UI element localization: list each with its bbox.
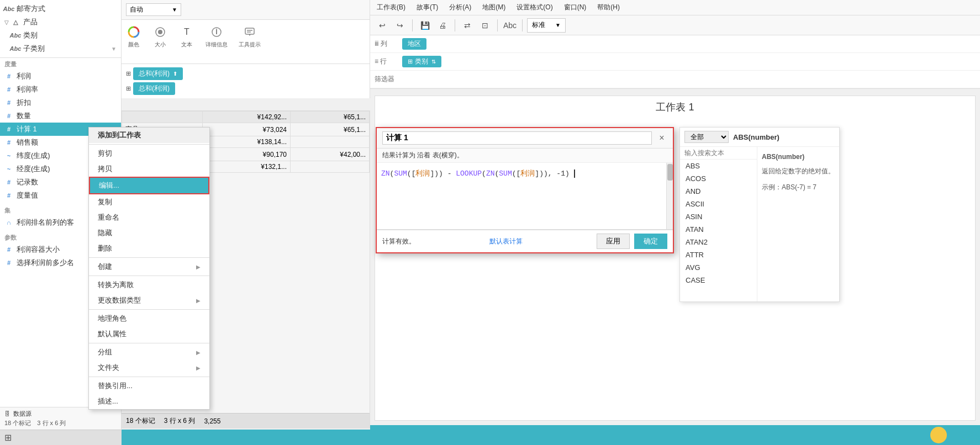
field-item-category[interactable]: Abc 类别 xyxy=(0,29,121,42)
undo-btn[interactable]: ↩ xyxy=(375,18,390,33)
separator-6 xyxy=(89,377,209,377)
separator-1 xyxy=(89,144,209,145)
menu-format[interactable]: 设置格式(O) xyxy=(514,2,555,13)
func-desc-text: 返回给定数字的绝对值。 xyxy=(762,166,835,178)
filter-shelf: 筛选器 xyxy=(370,71,980,88)
func-abs[interactable]: ABS xyxy=(680,160,757,172)
replace-label: 替换引用... xyxy=(98,381,133,391)
menu-story[interactable]: 故事(T) xyxy=(414,2,440,13)
auto-dropdown[interactable]: 自动 ▼ xyxy=(126,3,181,16)
func-acos[interactable]: ACOS xyxy=(680,172,757,185)
calc-close-btn[interactable]: × xyxy=(656,133,667,144)
context-cut[interactable]: 剪切 xyxy=(89,146,209,161)
col-pill-region[interactable]: 地区 xyxy=(402,38,426,50)
func-asin[interactable]: ASIN xyxy=(680,210,757,223)
field-profit[interactable]: # 利润 xyxy=(0,70,121,83)
dup-label: 复制 xyxy=(98,197,112,207)
context-edit[interactable]: 编辑... xyxy=(90,178,208,193)
tooltip-btn[interactable]: 工具提示 xyxy=(239,24,261,49)
context-geo[interactable]: 地理角色 xyxy=(89,311,209,326)
text-btn[interactable]: T 文本 xyxy=(179,24,194,49)
func-atan2[interactable]: ATAN2 xyxy=(680,236,757,248)
rows-shelf: ≡ 行 ⊞ 类别 ⇅ xyxy=(370,53,980,71)
color-btn[interactable]: 颜色 xyxy=(126,24,141,49)
size-label: 大小 xyxy=(155,41,166,49)
func-list-container: ABS ACOS AND ASCII ASIN ATAN ATAN2 ATTR … xyxy=(680,147,757,301)
context-folder[interactable]: 文件夹 ▶ xyxy=(89,360,209,375)
show-labels[interactable]: Abc xyxy=(502,18,518,33)
color-label: 颜色 xyxy=(128,41,139,49)
calc-scrollbar[interactable] xyxy=(666,163,673,229)
cut-label: 剪切 xyxy=(98,149,112,158)
field-item-mailing[interactable]: Abc 邮寄方式 xyxy=(0,2,121,15)
field-quantity[interactable]: # 数量 xyxy=(0,109,121,123)
context-rename[interactable]: 重命名 xyxy=(89,210,209,225)
menu-help[interactable]: 帮助(H) xyxy=(595,2,622,13)
func-attr[interactable]: ATTR xyxy=(680,248,757,261)
redo-btn[interactable]: ↪ xyxy=(392,18,408,33)
context-copy[interactable]: 拷贝 xyxy=(89,161,209,177)
size-btn[interactable]: 大小 xyxy=(152,24,168,49)
save-btn[interactable]: 💾 xyxy=(417,18,433,33)
dropdown-icon: ▼ xyxy=(111,46,117,52)
menu-analysis[interactable]: 分析(A) xyxy=(447,2,473,13)
field-name-product: 产品 xyxy=(23,17,117,27)
hide-label: 隐藏 xyxy=(98,228,112,238)
record-info: 18 个标记 3 行 x 6 列 xyxy=(4,419,117,427)
func-ascii[interactable]: ASCII xyxy=(680,198,757,210)
dims-label: 3 行 x 6 列 xyxy=(164,416,196,426)
field-icon-product: △ xyxy=(11,18,20,27)
calc-body: ZN(SUM([利润])) - LOOKUP(ZN(SUM([利润])), -1… xyxy=(377,163,673,230)
param-icon-1: # xyxy=(4,245,13,254)
menu-window[interactable]: 窗口(N) xyxy=(562,2,589,13)
field-name: 邮寄方式 xyxy=(17,4,117,14)
context-convert[interactable]: 转换为离散 xyxy=(89,277,209,293)
func-desc: ABS(number) 返回给定数字的绝对值。 示例：ABS(-7) = 7 xyxy=(757,147,839,301)
svg-point-5 xyxy=(216,29,217,30)
func-case[interactable]: CASE xyxy=(680,274,757,287)
calc-ok-btn[interactable]: 确定 xyxy=(634,234,667,249)
context-duplicate[interactable]: 复制 xyxy=(89,194,209,210)
rows-pill-category[interactable]: ⊞ 类别 ⇅ xyxy=(402,56,441,67)
field-profit-rate[interactable]: # 利润率 xyxy=(0,83,121,96)
field-discount[interactable]: # 折扣 xyxy=(0,96,121,109)
marks-icons-row: 颜色 大小 T 文本 详细信息 xyxy=(122,20,370,64)
func-panel: 全部 ABS(number) ABS ACOS AND ASCII ASIN A… xyxy=(679,127,840,302)
context-replace[interactable]: 替换引用... xyxy=(89,378,209,394)
context-describe[interactable]: 插述... xyxy=(89,394,209,409)
field-item-product[interactable]: ▽ △ 产品 xyxy=(0,15,121,29)
param-icon-2: # xyxy=(4,258,13,267)
calc-footer: 计算有效。 默认表计算 应用 确定 xyxy=(377,230,673,252)
menu-map[interactable]: 地图(M) xyxy=(480,2,508,13)
calc-title-input[interactable] xyxy=(382,131,652,145)
func-atan[interactable]: ATAN xyxy=(680,223,757,236)
set-icon: ∩ xyxy=(4,218,13,227)
std-dropdown[interactable]: 标准 ▼ xyxy=(527,18,566,33)
context-change-type[interactable]: 更改数据类型 ▶ xyxy=(89,293,209,308)
context-create[interactable]: 创建 ▶ xyxy=(89,259,209,274)
mark-pill-2[interactable]: 总和(利润) xyxy=(133,82,175,95)
fit-btn[interactable]: ⊡ xyxy=(477,18,493,33)
context-hide[interactable]: 隐藏 xyxy=(89,225,209,241)
mark-pill-1[interactable]: 总和(利润) ⬆ xyxy=(133,67,183,80)
menu-worksheet[interactable]: 工作表(B) xyxy=(375,2,408,13)
func-avg[interactable]: AVG xyxy=(680,261,757,274)
context-default-props[interactable]: 默认属性 xyxy=(89,326,209,342)
calc-link[interactable]: 默认表计算 xyxy=(489,237,523,246)
calc-apply-btn[interactable]: 应用 xyxy=(597,234,630,249)
paren6: ([ xyxy=(512,169,521,178)
record-count: 18 个标记 xyxy=(4,420,31,426)
rows-pill-sort: ⇅ xyxy=(431,59,436,65)
swap-btn[interactable]: ⇄ xyxy=(460,18,475,33)
measure-icon: # xyxy=(4,72,13,81)
func-and[interactable]: AND xyxy=(680,185,757,198)
func-filter-select[interactable]: 全部 xyxy=(684,131,729,143)
func-search-input[interactable] xyxy=(680,147,757,160)
middle-status-bar: 18 个标记 3 行 x 6 列 3,255 xyxy=(122,413,370,428)
context-delete[interactable]: 删除 xyxy=(89,241,209,256)
field-item-subcategory[interactable]: Abc 子类别 ▼ xyxy=(0,42,121,55)
calc-dialog: × 结果计算为 沿着 表(横穿)。 ZN(SUM([利润])) - LOOKUP… xyxy=(376,127,674,253)
detail-btn[interactable]: 详细信息 xyxy=(206,24,228,49)
context-group[interactable]: 分组 ▶ xyxy=(89,345,209,360)
print-btn[interactable]: 🖨 xyxy=(435,18,450,33)
